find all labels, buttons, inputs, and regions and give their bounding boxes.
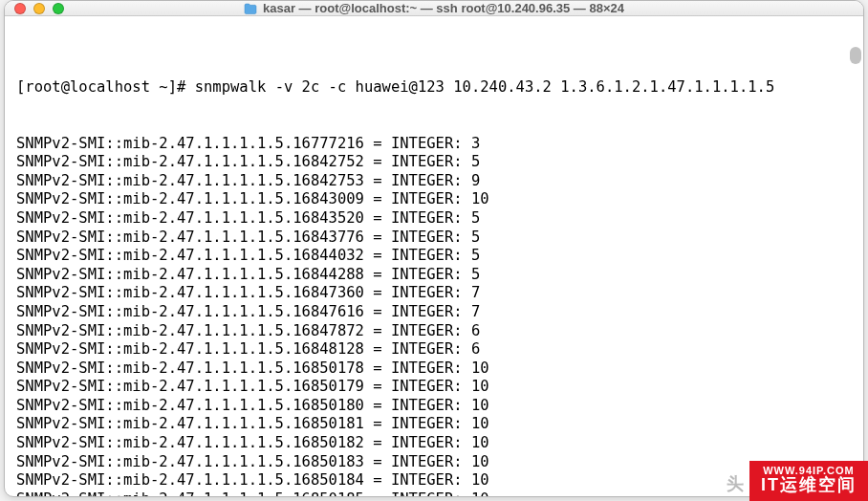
output-line: SNMPv2-SMI::mib-2.47.1.1.1.1.5.16842752 … — [16, 153, 854, 172]
output-line: SNMPv2-SMI::mib-2.47.1.1.1.1.5.16850180 … — [16, 397, 854, 416]
output-line: SNMPv2-SMI::mib-2.47.1.1.1.1.5.16850178 … — [16, 359, 854, 379]
output-line: SNMPv2-SMI::mib-2.47.1.1.1.1.5.16842753 … — [16, 172, 854, 191]
output-line: SNMPv2-SMI::mib-2.47.1.1.1.1.5.16847872 … — [16, 322, 854, 341]
output-line: SNMPv2-SMI::mib-2.47.1.1.1.1.5.16847360 … — [16, 284, 854, 303]
folder-icon — [244, 3, 257, 14]
output-line: SNMPv2-SMI::mib-2.47.1.1.1.1.5.16843776 … — [16, 229, 854, 248]
output-line: SNMPv2-SMI::mib-2.47.1.1.1.1.5.16843520 … — [16, 209, 854, 229]
watermark-badge: WWW.94IP.COM IT运维空间 — [749, 461, 868, 501]
prompt-line: [root@localhost ~]# snmpwalk -v 2c -c hu… — [16, 78, 854, 98]
output-line: SNMPv2-SMI::mib-2.47.1.1.1.1.5.16850179 … — [16, 378, 854, 397]
output-line: SNMPv2-SMI::mib-2.47.1.1.1.1.5.16850182 … — [16, 434, 854, 453]
terminal-window: kasar — root@localhost:~ — ssh root@10.2… — [4, 0, 864, 497]
output-line: SNMPv2-SMI::mib-2.47.1.1.1.1.5.16850181 … — [16, 415, 854, 434]
output-line: SNMPv2-SMI::mib-2.47.1.1.1.1.5.16777216 … — [16, 135, 854, 154]
scrollbar-thumb[interactable] — [850, 47, 861, 64]
output-line: SNMPv2-SMI::mib-2.47.1.1.1.1.5.16847616 … — [16, 303, 854, 322]
close-icon[interactable] — [14, 3, 26, 14]
watermark: 头 WWW.94IP.COM IT运维空间 — [727, 461, 868, 501]
output-line: SNMPv2-SMI::mib-2.47.1.1.1.1.5.16844288 … — [16, 266, 854, 285]
watermark-faint: 头 — [727, 472, 744, 495]
watermark-text: IT运维空间 — [761, 476, 857, 495]
minimize-icon[interactable] — [33, 3, 45, 14]
titlebar: kasar — root@localhost:~ — ssh root@10.2… — [5, 1, 863, 16]
window-title-text: kasar — root@localhost:~ — ssh root@10.2… — [263, 1, 624, 15]
shell-prompt: [root@localhost ~]# — [16, 78, 195, 96]
command-text: snmpwalk -v 2c -c huawei@123 10.240.43.2… — [195, 78, 775, 96]
zoom-icon[interactable] — [53, 3, 64, 14]
traffic-lights — [14, 3, 64, 14]
terminal-body[interactable]: [root@localhost ~]# snmpwalk -v 2c -c hu… — [5, 16, 863, 497]
window-title: kasar — root@localhost:~ — ssh root@10.2… — [72, 1, 796, 15]
output-line: SNMPv2-SMI::mib-2.47.1.1.1.1.5.16844032 … — [16, 247, 854, 266]
output-line: SNMPv2-SMI::mib-2.47.1.1.1.1.5.16843009 … — [16, 190, 854, 209]
output-line: SNMPv2-SMI::mib-2.47.1.1.1.1.5.16848128 … — [16, 340, 854, 359]
